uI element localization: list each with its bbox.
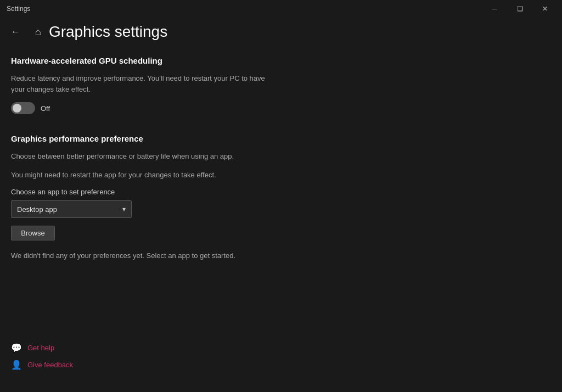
gpu-section-description: Reduce latency and improve performance. … (11, 73, 274, 94)
main-content: ← ⌂ Graphics settings Hardware-accelerat… (0, 18, 562, 282)
give-feedback-icon: 👤 (11, 360, 22, 370)
footer-links: 💬 Get help 👤 Give feedback (11, 343, 73, 370)
empty-state-text: We didn't find any of your preferences y… (11, 251, 546, 260)
dropdown-value: Desktop app (17, 205, 57, 214)
titlebar: Settings ─ ❑ ✕ (0, 0, 562, 18)
gpu-toggle-row: Off (11, 102, 546, 114)
get-help-link[interactable]: 💬 Get help (11, 343, 73, 353)
home-icon[interactable]: ⌂ (35, 26, 41, 38)
page-header: ← ⌂ Graphics settings (11, 23, 546, 41)
minimize-button[interactable]: ─ (482, 0, 507, 18)
gpu-scheduling-section: Hardware-accelerated GPU scheduling Redu… (11, 56, 546, 114)
get-help-label: Get help (27, 344, 54, 352)
browse-button[interactable]: Browse (11, 226, 55, 240)
gpu-section-title: Hardware-accelerated GPU scheduling (11, 56, 546, 65)
gpu-toggle[interactable] (11, 102, 35, 114)
choose-app-label: Choose an app to set preference (11, 188, 546, 196)
toggle-track (11, 102, 35, 114)
app-type-dropdown-container: Desktop app ▾ (11, 200, 546, 218)
titlebar-controls: ─ ❑ ✕ (482, 0, 558, 18)
page-title: Graphics settings (49, 23, 167, 41)
maximize-button[interactable]: ❑ (507, 0, 532, 18)
get-help-icon: 💬 (11, 343, 22, 353)
back-button[interactable]: ← (11, 25, 24, 39)
toggle-thumb (13, 104, 21, 113)
perf-section-title: Graphics performance preference (11, 134, 546, 143)
perf-section-desc2: You might need to restart the app for yo… (11, 170, 274, 181)
give-feedback-link[interactable]: 👤 Give feedback (11, 360, 73, 370)
app-type-dropdown[interactable]: Desktop app ▾ (11, 200, 132, 218)
perf-section-desc1: Choose between better performance or bat… (11, 151, 274, 162)
titlebar-title: Settings (7, 5, 30, 13)
titlebar-left: Settings (7, 5, 30, 13)
graphics-perf-section: Graphics performance preference Choose b… (11, 134, 546, 260)
toggle-label: Off (41, 104, 50, 113)
close-button[interactable]: ✕ (532, 0, 558, 18)
chevron-down-icon: ▾ (122, 205, 126, 213)
give-feedback-label: Give feedback (27, 361, 73, 369)
